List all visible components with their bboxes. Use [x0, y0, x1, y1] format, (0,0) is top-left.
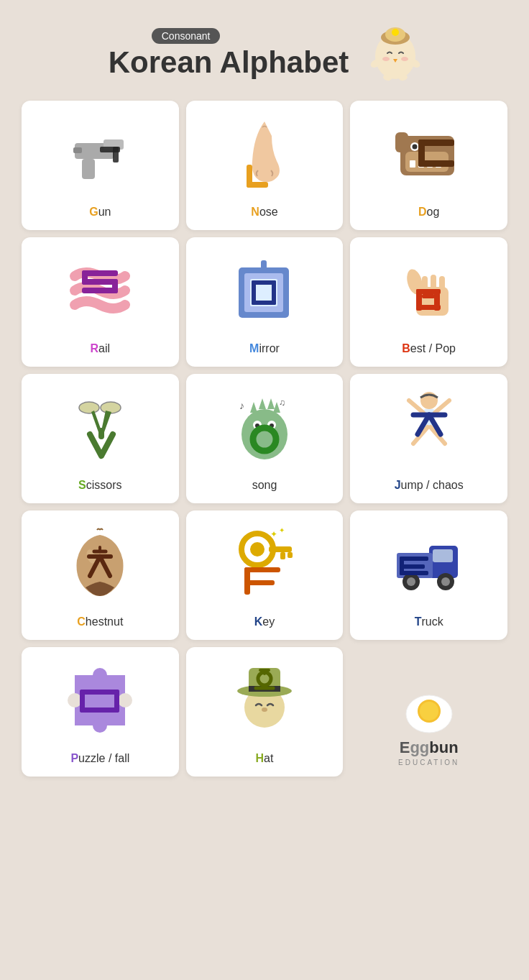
card-scissors: Scissors [22, 374, 179, 503]
svg-point-102 [118, 693, 132, 707]
svg-rect-13 [73, 147, 82, 153]
svg-rect-99 [400, 564, 425, 569]
card-grid: Gun Nose [22, 101, 507, 777]
svg-rect-17 [247, 182, 268, 188]
card-chestnut: Chestnut [22, 510, 179, 640]
card-label-mirror: Mirror [249, 342, 280, 357]
consonant-badge: Consonant [152, 28, 221, 44]
svg-rect-34 [82, 288, 118, 293]
svg-rect-108 [80, 707, 119, 713]
svg-point-110 [262, 707, 267, 712]
card-puzzle: Puzzle / fall [22, 647, 179, 777]
card-image-best [354, 244, 504, 336]
svg-rect-42 [252, 301, 276, 305]
card-label-truck: Truck [415, 615, 443, 630]
svg-rect-92 [433, 549, 453, 562]
card-label-rail: Rail [91, 342, 111, 357]
svg-marker-58 [250, 402, 257, 413]
svg-rect-83 [280, 552, 285, 559]
eggbun-brand-name: Eggbun [400, 738, 459, 757]
svg-rect-38 [261, 260, 267, 270]
card-image-dog [354, 108, 504, 199]
card-image-song: ♪ ♫ [190, 381, 340, 472]
card-dog: Dog [350, 101, 507, 230]
svg-text:✦: ✦ [279, 526, 285, 534]
svg-marker-59 [259, 398, 266, 409]
card-key: ✦ ✦ Key [186, 510, 344, 640]
card-image-mirror [190, 244, 340, 336]
svg-point-96 [441, 577, 450, 586]
svg-point-54 [101, 402, 121, 413]
card-mirror: Mirror [186, 237, 344, 367]
svg-rect-47 [439, 276, 445, 290]
svg-text:♪: ♪ [239, 400, 244, 411]
card-best: Best / Pop [350, 237, 507, 367]
card-label-puzzle: Puzzle / fall [70, 751, 129, 766]
svg-point-25 [412, 144, 417, 149]
card-label-song: song [252, 478, 277, 493]
page-header: Consonant Korean Alphabet [22, 22, 507, 86]
svg-rect-51 [416, 305, 441, 310]
svg-rect-29 [418, 160, 454, 167]
svg-point-120 [420, 702, 438, 720]
svg-point-103 [93, 668, 107, 682]
card-label-dog: Dog [418, 205, 439, 220]
card-label-best: Best / Pop [402, 342, 456, 357]
eggbun-logo: Eggbun EDUCATION [398, 677, 459, 766]
svg-rect-84 [288, 552, 293, 558]
card-label-nose: Nose [251, 205, 277, 220]
svg-rect-20 [410, 160, 415, 168]
svg-marker-60 [267, 398, 275, 409]
svg-point-94 [407, 577, 415, 586]
svg-point-104 [93, 718, 107, 733]
mascot-icon [356, 22, 420, 86]
svg-rect-88 [244, 567, 280, 572]
card-label-chestnut: Chestnut [77, 615, 123, 630]
svg-point-53 [79, 402, 99, 413]
card-gun: Gun [22, 101, 179, 230]
svg-rect-50 [416, 289, 441, 294]
card-label-key: Key [254, 615, 275, 630]
card-image-hat [190, 654, 340, 746]
svg-rect-52 [422, 294, 435, 298]
svg-rect-100 [400, 571, 428, 575]
card-jump: Jump / chaos [350, 374, 507, 503]
card-image-gun [25, 108, 175, 199]
card-image-scissors [25, 381, 175, 472]
eggbun-subtitle: EDUCATION [398, 759, 459, 766]
card-image-rail [25, 244, 175, 336]
svg-rect-26 [395, 132, 408, 152]
card-nose: Nose [186, 101, 344, 230]
card-image-nose [190, 108, 340, 199]
svg-rect-46 [431, 275, 436, 290]
svg-point-5 [392, 29, 399, 36]
card-image-jump [354, 381, 504, 472]
card-image-puzzle [25, 654, 175, 746]
card-rail: Rail [22, 237, 179, 367]
svg-rect-89 [244, 580, 275, 585]
card-label-hat: Hat [256, 751, 274, 766]
svg-point-2 [401, 57, 408, 61]
svg-point-81 [250, 542, 264, 557]
svg-text:✦: ✦ [270, 529, 277, 539]
card-image-chestnut [25, 518, 175, 609]
svg-rect-15 [113, 147, 119, 162]
svg-rect-105 [80, 690, 119, 695]
card-label-scissors: Scissors [78, 478, 121, 493]
svg-rect-12 [82, 159, 95, 179]
card-hat: Hat [186, 647, 344, 777]
title-area: Consonant Korean Alphabet [109, 28, 349, 80]
svg-rect-82 [269, 546, 292, 552]
card-eggbun: Eggbun EDUCATION [350, 647, 507, 777]
page-title: Korean Alphabet [109, 45, 349, 80]
card-label-gun: Gun [89, 205, 111, 220]
card-image-truck [354, 518, 504, 609]
svg-rect-45 [422, 276, 428, 290]
svg-text:♫: ♫ [279, 398, 285, 408]
card-song: ♪ ♫ song [186, 374, 344, 503]
card-image-key: ✦ ✦ [190, 518, 340, 609]
card-label-jump: Jump / chaos [395, 478, 464, 493]
card-truck: Truck [350, 510, 507, 640]
svg-point-1 [382, 57, 390, 61]
